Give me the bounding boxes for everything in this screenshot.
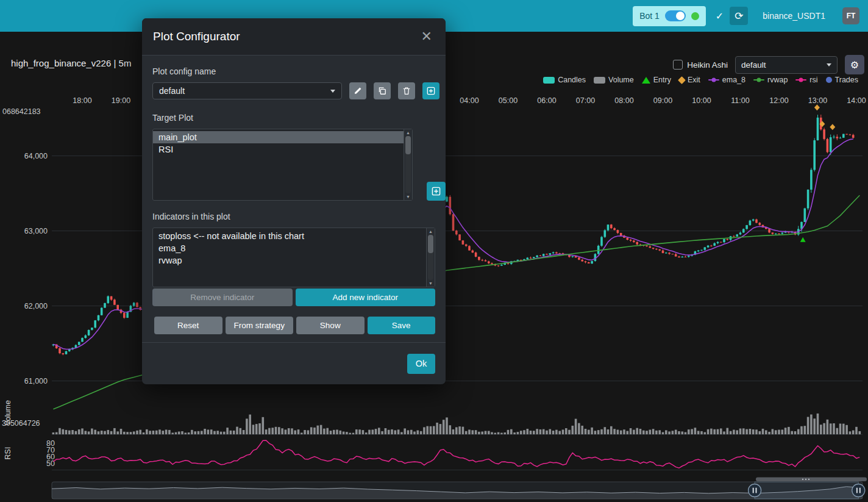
entry-marker	[800, 237, 806, 242]
legend-marker-rvwap	[753, 79, 764, 81]
config-name-select[interactable]: default	[152, 82, 342, 99]
svg-text:61,000: 61,000	[24, 377, 48, 385]
indicator-option-stoploss-not-available-in-this-chart[interactable]: stoploss <-- not available in this chart	[153, 230, 426, 242]
chart-scrollbar-thumb[interactable]	[756, 478, 867, 482]
heikin-ashi-checkbox[interactable]	[673, 60, 683, 70]
legend-item-rsi[interactable]: rsi	[795, 76, 817, 84]
scroll-down-icon[interactable]: ▼	[429, 281, 433, 286]
bot-selector[interactable]: Bot 1	[633, 6, 706, 26]
datazoom-handle-icon[interactable]	[852, 484, 865, 497]
scroll-down-icon[interactable]: ▼	[406, 194, 410, 199]
legend-item-entry[interactable]: Entry	[642, 76, 671, 84]
scroll-up-icon[interactable]: ▲	[429, 229, 433, 234]
save-button[interactable]: Save	[368, 317, 436, 334]
target-plot-option-rsi[interactable]: RSI	[153, 143, 404, 156]
add-config-button[interactable]	[422, 82, 439, 99]
freqtrade-ui-root: Bot 1 ✓ ⟳ binance_USDT1 FT 18:0019:0020:…	[0, 0, 868, 502]
indicator-options: stoploss <-- not available in this chart…	[153, 228, 426, 287]
legend-item-rvwap[interactable]: rvwap	[753, 76, 788, 84]
datazoom-navigator[interactable]	[52, 478, 867, 500]
modal-footer: Ok	[142, 342, 446, 384]
add-plot-button[interactable]	[427, 182, 446, 201]
ft-logo-button[interactable]: FT	[842, 7, 859, 24]
listbox-scrollbar[interactable]: ▲ ▼	[404, 129, 412, 200]
chart-controls: Heikin Ashi default ⚙	[673, 55, 866, 74]
scrollbar-thumb[interactable]	[405, 136, 411, 154]
bot-online-indicator	[691, 12, 699, 20]
chart-legend: CandlesVolumeEntryExitema_8rvwaprsiTrade…	[543, 76, 858, 84]
plot-config-name-label: Plot config name	[152, 66, 435, 76]
bot-toggle[interactable]	[665, 10, 686, 21]
refresh-button[interactable]: ⟳	[730, 7, 748, 25]
svg-text:11:00: 11:00	[731, 96, 749, 105]
svg-text:64,000: 64,000	[24, 152, 48, 160]
chevron-down-icon	[827, 63, 831, 66]
delete-config-button[interactable]	[398, 82, 415, 99]
svg-text:14:00: 14:00	[847, 96, 866, 105]
chevron-down-icon	[330, 90, 335, 93]
legend-marker-candles	[543, 77, 555, 84]
modal-title: Plot Configurator	[153, 30, 240, 43]
listbox-scrollbar[interactable]: ▲ ▼	[426, 228, 435, 287]
modal-close-button[interactable]: ✕	[421, 30, 432, 43]
plus-square-icon	[432, 187, 441, 196]
legend-item-volume[interactable]: Volume	[594, 76, 634, 84]
indicators-label: Indicators in this plot	[152, 212, 435, 221]
svg-text:08:00: 08:00	[614, 96, 633, 105]
svg-text:19:00: 19:00	[112, 96, 130, 105]
svg-text:RSI: RSI	[4, 447, 12, 460]
plot-config-gear-button[interactable]: ⚙	[845, 55, 864, 74]
duplicate-config-button[interactable]	[374, 82, 391, 99]
plot-config-select-value: default	[741, 60, 766, 70]
add-new-indicator-button[interactable]: Add new indicator	[296, 289, 436, 306]
svg-text:068642183: 068642183	[2, 107, 41, 116]
legend-item-ema_8[interactable]: ema_8	[708, 76, 745, 84]
toggle-knob-icon	[676, 12, 685, 20]
legend-marker-dot	[711, 78, 716, 82]
legend-label: Volume	[608, 76, 634, 84]
svg-text:Volume: Volume	[4, 400, 12, 426]
scroll-up-icon[interactable]: ▲	[406, 130, 410, 135]
exit-marker	[830, 124, 835, 130]
remove-indicator-button[interactable]: Remove indicator	[152, 289, 293, 306]
from-strategy-button[interactable]: From strategy	[226, 317, 294, 334]
pencil-icon	[354, 87, 362, 95]
legend-label: rvwap	[767, 76, 788, 84]
legend-marker-exit	[678, 76, 686, 84]
target-plot-row: main_plotRSI ▲ ▼	[152, 129, 435, 201]
edit-config-button[interactable]	[349, 82, 366, 99]
indicator-option-rvwap[interactable]: rvwap	[153, 254, 426, 267]
svg-text:06:00: 06:00	[537, 96, 556, 105]
scrollbar-track[interactable]	[405, 136, 411, 193]
svg-text:62,000: 62,000	[24, 302, 48, 310]
svg-text:04:00: 04:00	[460, 96, 478, 105]
heikin-ashi-label: Heikin Ashi	[687, 60, 728, 70]
scrollbar-thumb[interactable]	[428, 235, 433, 253]
plus-square-icon	[427, 87, 435, 95]
svg-text:10:00: 10:00	[692, 96, 711, 105]
legend-item-candles[interactable]: Candles	[543, 76, 586, 84]
scrollbar-track[interactable]	[428, 235, 433, 280]
svg-text:07:00: 07:00	[576, 96, 595, 105]
gear-icon: ⚙	[850, 59, 859, 71]
legend-marker-trades	[826, 77, 832, 83]
ok-button[interactable]: Ok	[407, 354, 435, 374]
legend-item-trades[interactable]: Trades	[826, 76, 858, 84]
plot-config-select[interactable]: default	[735, 56, 838, 74]
datazoom-window[interactable]	[755, 482, 858, 499]
copy-icon	[378, 87, 386, 95]
legend-label: rsi	[809, 76, 817, 84]
heikin-ashi-toggle[interactable]: Heikin Ashi	[673, 60, 728, 70]
plot-configurator-modal: Plot Configurator ✕ Plot config name def…	[142, 18, 446, 384]
target-plot-listbox[interactable]: main_plotRSI ▲ ▼	[152, 129, 413, 201]
reset-button[interactable]: Reset	[154, 317, 222, 334]
target-plot-option-main-plot[interactable]: main_plot	[153, 131, 404, 143]
datazoom-handle-icon[interactable]	[749, 484, 761, 497]
indicator-actions-row: Remove indicator Add new indicator	[152, 289, 435, 306]
config-name-row: default	[152, 82, 435, 99]
legend-marker-dot	[799, 78, 803, 82]
indicators-listbox[interactable]: stoploss <-- not available in this chart…	[152, 228, 435, 287]
legend-item-exit[interactable]: Exit	[679, 76, 700, 84]
show-button[interactable]: Show	[296, 317, 365, 334]
indicator-option-ema-8[interactable]: ema_8	[153, 242, 426, 254]
